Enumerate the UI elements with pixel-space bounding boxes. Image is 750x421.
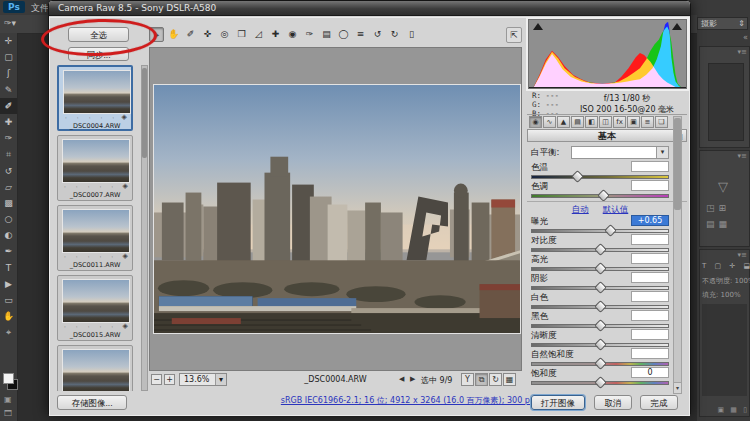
rating-dots[interactable]: · · · · · <box>64 323 120 330</box>
ps-tool-hand[interactable]: ✋ <box>0 308 17 324</box>
crop-tool-icon[interactable]: ❒ <box>234 27 249 42</box>
blacks-slider[interactable]: 黑色 <box>531 311 669 330</box>
histogram[interactable] <box>528 19 687 89</box>
delete-icon[interactable]: ▯ <box>404 27 419 42</box>
rotate-left-icon[interactable]: ↺ <box>370 27 385 42</box>
ps-tool-move[interactable]: ✛ <box>0 33 17 49</box>
ps-tool-pen[interactable]: ✒ <box>0 243 17 259</box>
highlight-clipping-icon[interactable] <box>672 23 682 30</box>
tab-tone-curve[interactable]: ∿ <box>543 116 556 128</box>
temperature-value[interactable] <box>631 161 669 172</box>
preview-canvas[interactable] <box>149 47 522 371</box>
split-view-button[interactable]: Y <box>461 373 474 386</box>
clarity-slider[interactable]: 清晰度 <box>531 330 669 349</box>
panel-menu-icon[interactable]: ▾≡ <box>738 251 747 259</box>
dialog-titlebar[interactable]: Camera Raw 8.5 - Sony DSLR-A580 <box>49 1 690 16</box>
preferences-icon[interactable]: ≡ <box>353 27 368 42</box>
white-balance-select[interactable]: ▾ <box>571 146 669 159</box>
graduated-filter-tool-icon[interactable]: ▤ <box>319 27 334 42</box>
filmstrip-thumbnail[interactable]: · · · · · ◈ _DSC0004.ARW <box>57 65 133 131</box>
ps-tool-path-selection[interactable]: ▶ <box>0 276 17 292</box>
shadow-clipping-icon[interactable] <box>533 23 543 30</box>
adjustments-triangle-icon[interactable]: ▽ <box>718 179 728 194</box>
filmstrip-thumbnail[interactable]: · · · · · ◈ _DSC0007.ARW <box>57 135 133 201</box>
hand-tool-icon[interactable]: ✋ <box>166 27 181 42</box>
filmstrip-thumbnail[interactable]: · · · · · ◈ _DSC0015.ARW <box>57 275 133 341</box>
screen-mode-icon[interactable]: 🗖 <box>4 409 12 418</box>
quick-mask-icon[interactable]: ▣ <box>4 395 12 404</box>
done-button[interactable]: 完成 <box>640 395 678 410</box>
adjustments-icons-row[interactable]: ▤▦ <box>706 219 731 229</box>
spot-removal-tool-icon[interactable]: ✚ <box>268 27 283 42</box>
layer-lock-icons[interactable]: T ▢ ✛ ⬓ <box>702 262 750 270</box>
clarity-value[interactable] <box>631 329 669 340</box>
filmstrip-thumbnail[interactable] <box>57 345 133 391</box>
white-balance-tool-icon[interactable]: ✐ <box>183 27 198 42</box>
default-link[interactable]: 默认值 <box>603 204 629 214</box>
foreground-color-swatch[interactable] <box>3 373 14 384</box>
ps-tool-clone-stamp[interactable]: ⌗ <box>0 146 17 162</box>
radial-filter-tool-icon[interactable]: ◯ <box>336 27 351 42</box>
saturation-slider[interactable]: 饱和度0 <box>531 368 669 387</box>
highlights-slider[interactable]: 高光 <box>531 254 669 273</box>
filmstrip-thumbnail[interactable]: · · · · · ◈ _DSC0011.ARW <box>57 205 133 271</box>
ps-tool-zoom[interactable]: ⌖ <box>0 324 17 340</box>
slider-knob[interactable] <box>597 189 610 202</box>
whites-slider[interactable]: 白色 <box>531 292 669 311</box>
ps-tool-eyedropper[interactable]: ✐ <box>0 98 17 114</box>
ps-tool-brush[interactable]: ✑ <box>0 130 17 146</box>
auto-link[interactable]: 自动 <box>572 204 589 214</box>
color-sampler-tool-icon[interactable]: ✜ <box>200 27 215 42</box>
photo-preview[interactable] <box>153 84 521 334</box>
synchronize-button[interactable]: 同步... <box>68 47 129 61</box>
panel-scrollbar[interactable]: ▾ <box>673 116 682 394</box>
select-all-button[interactable]: 全选 <box>68 27 129 42</box>
ps-tool-lasso[interactable]: ʃ <box>0 65 17 81</box>
preview-options-button[interactable]: ▦ <box>503 373 516 386</box>
shadows-value[interactable] <box>631 272 669 283</box>
straighten-tool-icon[interactable]: ◿ <box>251 27 266 42</box>
shadows-slider[interactable]: 阴影 <box>531 273 669 292</box>
rating-dots[interactable]: · · · · · <box>64 183 120 190</box>
brush-preset-icon[interactable]: ✑▾ <box>4 18 16 28</box>
ps-tool-gradient[interactable]: ▩ <box>0 195 17 211</box>
fill-value[interactable]: 100% <box>721 291 741 299</box>
filmstrip-scrollbar[interactable] <box>141 65 148 391</box>
whites-value[interactable] <box>631 291 669 302</box>
ps-tool-eraser[interactable]: ▱ <box>0 179 17 195</box>
ps-tool-dodge[interactable]: ◐ <box>0 227 17 243</box>
opacity-value[interactable]: 100% <box>735 277 750 285</box>
saturation-value[interactable]: 0 <box>631 367 669 378</box>
tint-slider[interactable]: 色调 <box>531 181 669 200</box>
layers-footer-icons[interactable]: ▣ ▦ ▯ <box>700 406 749 414</box>
workspace-switcher[interactable]: 摄影 ⇕ <box>697 17 748 30</box>
scrollbar-thumb[interactable] <box>674 118 681 210</box>
save-image-button[interactable]: 存储图像... <box>57 395 127 410</box>
panel-menu-icon[interactable]: ▾≡ <box>738 48 747 56</box>
ps-tool-healing-brush[interactable]: ✚ <box>0 114 17 130</box>
open-image-button[interactable]: 打开图像 <box>531 395 585 410</box>
exposure-slider[interactable]: 曝光+0.65 <box>531 216 669 235</box>
dock-collapse-button[interactable]: « <box>699 33 748 43</box>
tab-basic[interactable]: ◉ <box>529 116 542 128</box>
tab-camera-calibration[interactable]: ▣ <box>627 116 640 128</box>
ps-tool-type[interactable]: T <box>0 260 17 276</box>
vibrance-slider[interactable]: 自然饱和度 <box>531 349 669 368</box>
next-image-button[interactable]: ▶ <box>410 375 415 383</box>
copy-settings-button[interactable]: ↻ <box>489 373 502 386</box>
temperature-slider[interactable]: 色温 <box>531 162 669 181</box>
tab-hsl-grayscale[interactable]: ▤ <box>571 116 584 128</box>
slider-knob[interactable] <box>594 376 607 389</box>
red-eye-tool-icon[interactable]: ◉ <box>285 27 300 42</box>
ps-tool-quick-selection[interactable]: ✎ <box>0 82 17 98</box>
exposure-value[interactable]: +0.65 <box>631 215 669 226</box>
adjustments-icons-row[interactable]: ◳⊞ <box>706 203 730 213</box>
tab-effects[interactable]: fx <box>613 116 626 128</box>
zoom-tool-icon[interactable]: ⌖ <box>149 27 164 42</box>
tab-presets[interactable]: ≡ <box>641 116 654 128</box>
swap-before-after-button[interactable]: ⧉ <box>475 373 488 386</box>
previous-image-button[interactable]: ◀ <box>399 375 404 383</box>
rating-dots[interactable]: · · · · · <box>65 114 121 121</box>
highlights-value[interactable] <box>631 253 669 264</box>
tint-value[interactable] <box>631 180 669 191</box>
